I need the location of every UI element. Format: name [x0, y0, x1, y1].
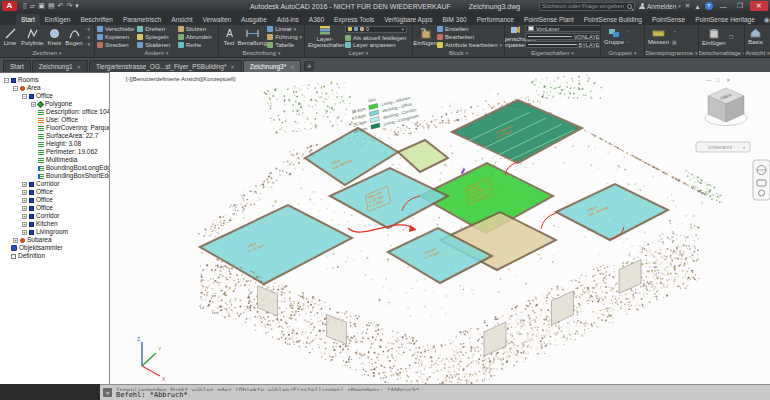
- file-tab-1[interactable]: Zeichnung1✕: [32, 60, 88, 72]
- ribbon-tab-einf-gen[interactable]: Einfügen: [40, 14, 76, 25]
- tree-toggle-icon[interactable]: +: [22, 222, 27, 227]
- file-tab-2[interactable]: Tiergartenstrasse_OG...st_Flyer_PSBuildi…: [89, 60, 242, 72]
- kopieren-button[interactable]: Kopieren: [97, 34, 134, 40]
- tree-item-office[interactable]: −Office: [2, 92, 109, 100]
- drawing-viewport[interactable]: OfficeUse: WorkingOfficeA: 25.3qmoffice …: [110, 72, 770, 384]
- navigation-bar[interactable]: [753, 160, 770, 200]
- help-search-input[interactable]: Stichwort oder Frage eingeben: [539, 2, 635, 11]
- ribbon-tab-beschriften[interactable]: Beschriften: [75, 14, 118, 25]
- panel-title-dienstprogramme[interactable]: Dienstprogramme▾: [645, 48, 698, 57]
- spiegeln-button[interactable]: Spiegeln: [137, 34, 174, 40]
- tree-toggle-icon[interactable]: +: [22, 190, 27, 195]
- einfuegen-paste-button[interactable]: Einfügen: [701, 28, 727, 46]
- undo-icon[interactable]: ↶: [58, 1, 64, 11]
- file-tab-close-icon[interactable]: ✕: [290, 64, 294, 70]
- gruppe-button[interactable]: Gruppe: [603, 28, 625, 45]
- tree-item-definition[interactable]: Definition: [2, 252, 109, 260]
- layer-dropdown[interactable]: 0 ▾: [345, 26, 407, 33]
- abrunden-button[interactable]: Abrunden: [178, 34, 215, 40]
- dienstprogramme-extra-icons[interactable]: ＋▦: [672, 26, 677, 48]
- ribbon-tab-pointsense-building[interactable]: PointSense Building: [579, 14, 647, 25]
- linetype-dropdown[interactable]: BYLAYER▾: [525, 41, 600, 48]
- ribbon-tab-verwalten[interactable]: Verwalten: [198, 14, 237, 25]
- ribbon-tab-start[interactable]: Start: [16, 14, 40, 25]
- messen-button[interactable]: Messen: [647, 29, 670, 45]
- gruppen-extra-icons[interactable]: ▫▫: [627, 26, 629, 48]
- tree-item-objektsammler[interactable]: Objektsammler: [2, 244, 109, 252]
- tree-item-office[interactable]: +Office: [2, 188, 109, 196]
- ribbon-tab-express-tools[interactable]: Express Tools: [329, 14, 379, 25]
- als-aktuell-festlegen-button[interactable]: Als aktuell festlegen: [345, 35, 407, 41]
- polylinie-button[interactable]: Polylinie: [20, 28, 44, 46]
- tree-item-description-office-104[interactable]: Description: office 104: [2, 108, 109, 116]
- linie-button[interactable]: Linie: [2, 28, 18, 46]
- panel-title-zeichnen[interactable]: Zeichnen▾: [0, 48, 94, 57]
- file-tab-3[interactable]: Zeichnung3*✕: [243, 60, 302, 72]
- view-name-pill[interactable]: Unbenannt▾: [696, 142, 750, 152]
- tree-toggle-icon[interactable]: +: [13, 238, 18, 243]
- zwischenablage-extra-icons[interactable]: ❐: [729, 26, 733, 48]
- drehen-button[interactable]: Drehen: [137, 26, 174, 32]
- tree-toggle-icon[interactable]: −: [13, 86, 18, 91]
- minimize-button[interactable]: —: [717, 3, 730, 10]
- ribbon-tab-a360[interactable]: A360: [304, 14, 329, 25]
- tree-item-office[interactable]: +Office: [2, 204, 109, 212]
- tree-item-height-3-08[interactable]: Height: 3.08: [2, 140, 109, 148]
- tree-item-perimeter-19-062[interactable]: Perimeter: 19.062: [2, 148, 109, 156]
- command-window[interactable]: ✕ Innenliegenden Punkt wählen oder [Obje…: [100, 384, 770, 400]
- autocad-logo-icon[interactable]: A: [2, 1, 17, 11]
- ribbon-tab-ansicht[interactable]: Ansicht: [166, 14, 197, 25]
- tree-toggle-icon[interactable]: +: [22, 206, 27, 211]
- block-erstellen-button[interactable]: Erstellen: [437, 26, 502, 32]
- tree-toggle-icon[interactable]: +: [22, 198, 27, 203]
- fuehrung-button[interactable]: Führung▾: [267, 34, 302, 40]
- stutzen-button[interactable]: Stutzen: [178, 26, 215, 32]
- reihe-button[interactable]: Reihe: [178, 42, 215, 48]
- tree-toggle-icon[interactable]: +: [22, 230, 27, 235]
- tabelle-button[interactable]: Tabelle: [267, 42, 302, 48]
- ribbon-tab-ausgabe[interactable]: Ausgabe: [236, 14, 272, 25]
- exchange-icon[interactable]: ✕: [685, 2, 690, 10]
- text-button[interactable]: A Text: [221, 28, 237, 46]
- tree-item-area[interactable]: −Area: [2, 84, 109, 92]
- tree-item-office[interactable]: +Office: [2, 196, 109, 204]
- close-button[interactable]: ✕: [750, 1, 768, 11]
- kreis-button[interactable]: Kreis: [46, 28, 62, 46]
- tree-item-multimedia[interactable]: Multimedia: [2, 156, 109, 164]
- ribbon-tab-pointsense[interactable]: PointSense: [647, 14, 690, 25]
- panel-title-block[interactable]: Block▾: [413, 48, 504, 57]
- command-close-icon[interactable]: ✕: [103, 388, 112, 397]
- drawing-window-controls[interactable]: —□✕: [706, 77, 731, 83]
- panel-title-zwischenablage[interactable]: Zwischenablage▾: [699, 48, 744, 57]
- panel-title-aendern[interactable]: Ändern▾: [95, 48, 218, 57]
- panel-title-eigenschaften[interactable]: Eigenschaften▾: [505, 48, 600, 57]
- redo-icon[interactable]: ↷: [66, 1, 72, 11]
- skalieren-button[interactable]: Skalieren: [137, 42, 174, 48]
- tree-toggle-icon[interactable]: −: [22, 94, 27, 99]
- ribbon-tab-performance[interactable]: Performance: [472, 14, 519, 25]
- panel-title-layer[interactable]: Layer▾: [305, 48, 412, 57]
- bemassung-button[interactable]: Bemaßung: [239, 28, 265, 46]
- file-tab-0[interactable]: Start: [3, 60, 31, 72]
- ribbon-tab-bim-360[interactable]: BIM 360: [437, 14, 471, 25]
- zeichnen-flyout-icons[interactable]: ◦▾◦▾◦▾: [86, 26, 90, 48]
- file-tab-close-icon[interactable]: ✕: [230, 64, 234, 70]
- tree-item-polygone[interactable]: +Polygone: [2, 100, 109, 108]
- help-icon[interactable]: ?: [705, 2, 713, 10]
- tree-item-corridor[interactable]: +Corridor: [2, 180, 109, 188]
- tab-overflow-icon[interactable]: ◉: [764, 14, 770, 25]
- sign-in-button[interactable]: Anmelden ▾: [639, 3, 681, 10]
- tree-item-corridor[interactable]: +Corridor: [2, 212, 109, 220]
- lineweight-dropdown[interactable]: VONLAYER▾: [525, 33, 600, 40]
- tree-item-use-office[interactable]: Use: Office: [2, 116, 109, 124]
- basis-button[interactable]: Basis: [747, 28, 764, 45]
- tree-item-boundingboxlongedge-4-487[interactable]: BoundingBoxLongEdge: 4.487: [2, 164, 109, 172]
- viewcube[interactable]: OBENUnbenannt▾: [696, 88, 750, 152]
- bogen-button[interactable]: Bogen: [64, 28, 83, 46]
- tree-item-boundingboxshortedge-3-513[interactable]: BoundingBoxShortEdge: 3.513: [2, 172, 109, 180]
- tree-item-subarea[interactable]: +Subarea: [2, 236, 109, 244]
- command-prompt[interactable]: Befehl: *Abbruch*: [116, 391, 419, 399]
- restore-button[interactable]: ❐: [734, 2, 746, 10]
- ribbon-tab-add-ins[interactable]: Add-ins: [272, 14, 304, 25]
- tree-toggle-icon[interactable]: +: [31, 102, 36, 107]
